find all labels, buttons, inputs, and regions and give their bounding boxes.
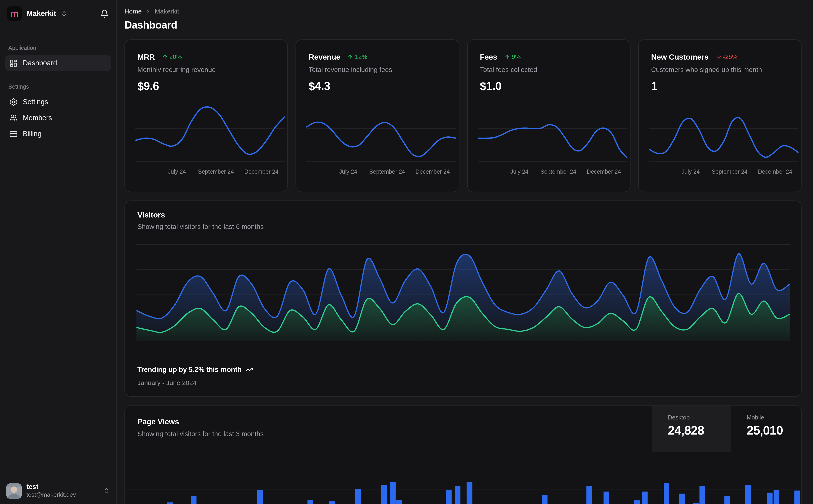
delta-badge: 20% [162,53,182,60]
nav-section-application: Application [5,45,111,51]
visitors-subtitle: Showing total visitors for the last 6 mo… [137,223,789,231]
sidebar-nav: Application Dashboard Settings Settings … [0,27,116,142]
page-views-bar [634,500,640,504]
page-views-bar [700,486,705,504]
stat-subtitle: Total revenue including fees [309,66,446,74]
page-views-bar [355,489,361,504]
delta-badge: 9% [504,53,521,60]
page-views-bar [390,482,395,504]
sidebar-item-billing[interactable]: Billing [5,126,111,142]
page-views-bar [642,492,648,504]
sidebar-item-label: Billing [23,130,42,138]
main-content: Home Makerkit Dashboard MRR 20% Monthly … [117,0,813,504]
revenue-sparkline-chart [307,102,456,163]
users-icon [9,114,18,122]
new-customers-sparkline-chart [649,102,799,163]
x-axis-labels: July 24 September 24 December 24 [125,168,287,177]
page-views-bar [466,482,472,504]
arrow-up-icon [162,54,168,60]
page-views-bar [767,492,773,504]
breadcrumb-current: Makerkit [154,8,179,15]
stat-title: New Customers [651,52,709,61]
page-views-bar [257,490,263,504]
workspace-selector[interactable]: m Makerkit [0,0,116,27]
page-views-bar [167,502,172,504]
page-views-bar [664,483,669,504]
sidebar-item-label: Settings [23,98,48,106]
user-email: test@makerkit.dev [27,491,76,499]
visitors-title: Visitors [137,210,789,219]
visitors-trend: Trending up by 5.2% this month [137,366,253,374]
stat-card-mrr: MRR 20% Monthly recurring revenue $9.6 J… [124,39,288,192]
user-info: test test@makerkit.dev [27,483,76,499]
mobile-total: 25,010 [747,423,801,438]
makerkit-logo: m [7,6,22,21]
visitors-period: January - June 2024 [137,379,196,387]
page-views-bar-chart [125,452,801,504]
user-name: test [27,483,76,491]
arrow-up-icon [504,54,510,60]
stat-card-new-customers: New Customers -25% Customers who signed … [638,39,802,192]
stat-value: $9.6 [137,80,275,93]
page-views-bar [381,485,387,504]
page-views-bar [330,501,335,504]
toggle-mobile[interactable]: Mobile 25,010 [731,406,801,452]
page-views-bar [745,485,751,504]
fees-sparkline-chart [478,102,627,163]
chevrons-up-down-icon [61,10,67,17]
sidebar: m Makerkit Application Dashboard Setting… [0,0,117,504]
breadcrumb: Home Makerkit [124,8,802,15]
stat-title: MRR [137,52,155,61]
page-title: Dashboard [124,19,802,31]
page-views-bar [724,496,730,504]
nav-section-settings: Settings [5,83,111,90]
sidebar-item-members[interactable]: Members [5,110,111,126]
page-views-header: Page Views Showing total visitors for th… [125,406,801,452]
page-views-subtitle: Showing total visitors for the last 3 mo… [137,430,652,438]
mrr-sparkline-chart [135,102,285,163]
toggle-desktop[interactable]: Desktop 24,828 [652,406,731,452]
notifications-bell-icon[interactable] [100,9,109,18]
stat-value: $4.3 [309,80,446,93]
sidebar-item-settings[interactable]: Settings [5,94,111,110]
user-menu[interactable]: test test@makerkit.dev [0,478,116,504]
page-views-series-toggle: Desktop 24,828 Mobile 25,010 [652,406,801,452]
page-views-bar [454,486,460,504]
layout-dashboard-icon [9,59,18,67]
chevrons-up-down-icon [103,488,110,494]
sidebar-item-label: Dashboard [23,59,57,67]
page-views-bar [542,495,547,504]
delta-badge: -25% [716,53,738,60]
stat-subtitle: Customers who signed up this month [651,66,789,74]
avatar [6,483,22,499]
workspace-name: Makerkit [27,9,56,18]
page-views-bar [603,491,609,504]
credit-card-icon [9,130,18,138]
visitors-card: Visitors Showing total visitors for the … [124,200,802,397]
breadcrumb-home-link[interactable]: Home [124,8,142,15]
page-views-bar [693,503,699,504]
x-axis-labels: July 24 September 24 December 24 [467,168,630,177]
page-views-bar [307,500,313,504]
sidebar-item-dashboard[interactable]: Dashboard [5,55,111,71]
stat-value: 1 [651,80,789,93]
page-views-title: Page Views [137,417,652,426]
stat-card-revenue: Revenue 12% Total revenue including fees… [296,39,459,192]
stat-cards-row: MRR 20% Monthly recurring revenue $9.6 J… [124,39,802,192]
stat-subtitle: Total fees collected [480,66,617,74]
chevron-right-icon [145,8,151,14]
page-views-bar [794,490,800,504]
page-views-bar [190,496,196,504]
stat-title: Revenue [309,52,341,61]
page-views-bar [586,486,592,504]
delta-badge: 12% [348,53,367,60]
stat-subtitle: Monthly recurring revenue [137,66,275,74]
stat-value: $1.0 [480,80,617,93]
arrow-up-icon [348,54,353,60]
stat-card-fees: Fees 9% Total fees collected $1.0 July 2… [467,39,631,192]
stat-title: Fees [480,52,497,61]
page-views-bar [680,494,685,504]
arrow-down-icon [716,54,722,60]
page-views-bar [396,500,402,504]
trending-up-icon [245,366,253,374]
